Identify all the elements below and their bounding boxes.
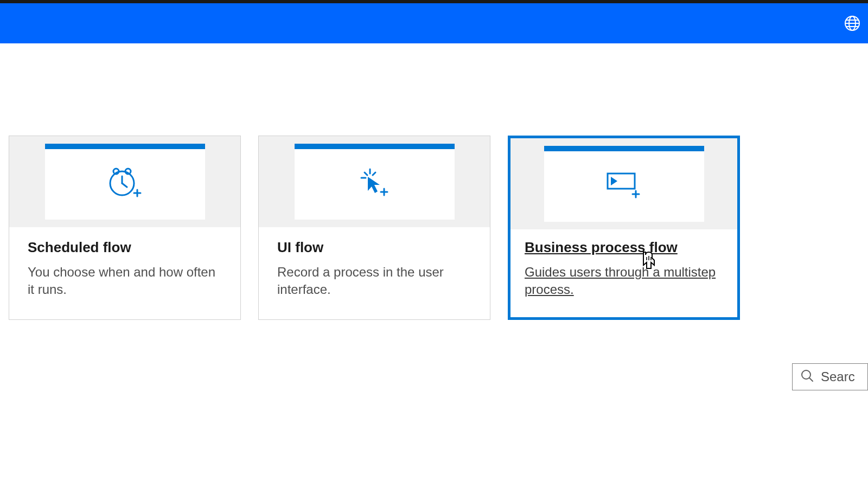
search-icon	[800, 369, 814, 385]
svg-line-12	[373, 172, 375, 175]
preview-title-bar	[295, 144, 455, 149]
preview-window	[45, 144, 205, 220]
step-plus-icon	[604, 171, 643, 202]
card-title: Business process flow	[525, 239, 723, 256]
svg-line-10	[365, 172, 367, 175]
card-description: Guides users through a multistep process…	[525, 264, 723, 299]
preview-title-bar	[544, 146, 704, 151]
card-body: Scheduled flow You choose when and how o…	[9, 227, 240, 319]
business-process-flow-card[interactable]: Business process flow Guides users throu…	[508, 136, 740, 320]
preview-content	[45, 149, 205, 220]
preview-window	[295, 144, 455, 220]
card-title: Scheduled flow	[28, 239, 222, 256]
preview-content	[544, 151, 704, 222]
globe-icon[interactable]	[843, 14, 861, 33]
card-preview	[9, 136, 240, 227]
card-description: Record a process in the user interface.	[277, 264, 471, 299]
card-preview	[510, 138, 737, 229]
svg-line-20	[809, 378, 813, 381]
card-title: UI flow	[277, 239, 471, 256]
search-input[interactable]	[821, 369, 864, 384]
card-body: UI flow Record a process in the user int…	[259, 227, 490, 319]
search-box[interactable]	[792, 363, 868, 390]
svg-point-5	[125, 169, 131, 174]
header-bar	[0, 3, 868, 43]
clock-plus-icon	[107, 167, 143, 202]
preview-title-bar	[45, 144, 205, 149]
svg-line-7	[122, 183, 127, 187]
cursor-plus-icon	[358, 168, 391, 201]
scheduled-flow-card[interactable]: Scheduled flow You choose when and how o…	[9, 136, 241, 320]
preview-content	[295, 149, 455, 220]
card-body: Business process flow Guides users throu…	[510, 229, 737, 317]
preview-window	[544, 146, 704, 222]
flow-type-cards: Scheduled flow You choose when and how o…	[0, 43, 868, 320]
svg-point-4	[113, 169, 119, 174]
ui-flow-card[interactable]: UI flow Record a process in the user int…	[258, 136, 490, 320]
card-preview	[259, 136, 490, 227]
card-description: You choose when and how often it runs.	[28, 264, 222, 299]
